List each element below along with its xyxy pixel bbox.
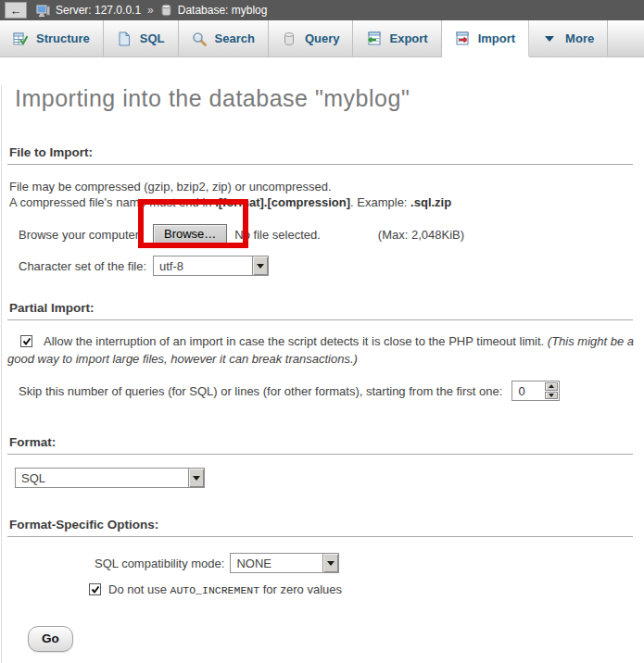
- skip-queries-label: Skip this number of queries (for SQL) or…: [19, 384, 502, 398]
- filename-format-pattern: .[format].[compression]: [215, 195, 350, 209]
- filename-example: .sql.zip: [410, 195, 451, 209]
- tab-more[interactable]: More: [529, 20, 608, 56]
- back-button[interactable]: ←: [5, 2, 27, 19]
- sql-compatibility-row: SQL compatibility mode: NONE: [95, 552, 635, 574]
- query-icon: [282, 31, 297, 46]
- structure-icon: [13, 31, 28, 46]
- auto-increment-label-text: for zero values: [259, 582, 342, 596]
- filename-hint: A compressed file's name must end in .[f…: [9, 194, 635, 210]
- breadcrumb-separator: »: [147, 4, 154, 17]
- breadcrumb-server-link[interactable]: Server: 127.0.0.1: [56, 4, 141, 17]
- tab-label: Import: [478, 31, 515, 45]
- section-heading: Format:: [7, 435, 633, 455]
- server-icon: [36, 4, 50, 18]
- format-row: SQL: [7, 468, 635, 488]
- go-button[interactable]: Go: [28, 626, 73, 652]
- browse-row: Browse your computer: Browse… No file se…: [7, 223, 635, 245]
- allow-interrupt-label: Allow the interruption of an import in c…: [44, 334, 548, 348]
- sql-compatibility-select[interactable]: NONE: [230, 553, 339, 573]
- allow-interrupt-row: Allow the interruption of an import in c…: [7, 332, 635, 368]
- section-partial-import: Partial Import: Allow the interruption o…: [7, 301, 635, 402]
- search-icon: [192, 31, 207, 46]
- tab-export[interactable]: Export: [353, 20, 441, 56]
- tab-label: SQL: [140, 31, 165, 45]
- auto-increment-checkbox[interactable]: [89, 583, 101, 595]
- stepper-up-button[interactable]: [545, 382, 558, 391]
- tab-label: Export: [389, 31, 427, 45]
- filename-hint-text: A compressed file's name must end in: [9, 195, 215, 209]
- tab-import[interactable]: Import: [442, 20, 529, 56]
- auto-increment-label: Do not use AUTO_INCREMENT for zero value…: [108, 582, 342, 596]
- format-select[interactable]: SQL: [15, 468, 205, 488]
- stepper-down-button[interactable]: [545, 392, 558, 400]
- breadcrumb-bar: ← Server: 127.0.0.1 » Database: myblog: [0, 0, 644, 20]
- browse-label: Browse your computer:: [19, 228, 153, 242]
- chevron-down-icon: [542, 31, 557, 46]
- tab-label: More: [565, 31, 594, 45]
- import-page: Importing into the database "myblog" Fil…: [1, 85, 644, 663]
- dropdown-arrow-icon: [252, 256, 268, 275]
- skip-queries-row: Skip this number of queries (for SQL) or…: [7, 380, 635, 402]
- section-format-specific-options: Format-Specific Options: SQL compatibili…: [7, 518, 635, 596]
- skip-queries-value: 0: [512, 382, 544, 400]
- section-heading: Partial Import:: [7, 301, 633, 320]
- charset-label: Character set of the file:: [19, 259, 153, 273]
- charset-row: Character set of the file: utf-8: [7, 255, 635, 277]
- back-arrow-icon: ←: [10, 5, 22, 17]
- stepper-buttons: [544, 382, 559, 400]
- charset-selected-value: utf-8: [154, 259, 252, 273]
- breadcrumb-database-link[interactable]: Database: myblog: [178, 4, 268, 17]
- import-icon: [455, 31, 470, 46]
- section-heading: File to Import:: [7, 145, 633, 165]
- sql-compatibility-value: NONE: [231, 557, 322, 570]
- export-icon: [366, 31, 381, 46]
- tab-label: Structure: [36, 31, 90, 45]
- database-icon: [160, 4, 172, 17]
- allow-interrupt-checkbox[interactable]: [20, 335, 32, 347]
- section-heading: Format-Specific Options:: [7, 518, 633, 537]
- section-file-to-import: File to Import: File may be compressed (…: [7, 145, 635, 277]
- auto-increment-row: Do not use AUTO_INCREMENT for zero value…: [89, 582, 635, 596]
- tab-label: Query: [305, 31, 340, 45]
- sql-compatibility-label: SQL compatibility mode:: [95, 557, 224, 570]
- section-format: Format: SQL: [7, 435, 635, 488]
- skip-queries-stepper[interactable]: 0: [511, 381, 560, 401]
- tab-query[interactable]: Query: [269, 20, 354, 56]
- dropdown-arrow-icon: [322, 554, 338, 572]
- auto-increment-keyword: AUTO_INCREMENT: [170, 584, 260, 596]
- charset-select[interactable]: utf-8: [153, 256, 269, 276]
- tab-structure[interactable]: Structure: [0, 20, 104, 56]
- auto-increment-label-text: Do not use: [108, 582, 170, 596]
- dropdown-arrow-icon: [188, 469, 204, 487]
- tab-bar: Structure SQL Search Query: [0, 20, 644, 57]
- no-file-selected-text: No file selected.: [234, 228, 321, 242]
- tab-label: Search: [215, 31, 255, 45]
- format-selected-value: SQL: [16, 471, 188, 485]
- max-size-note: (Max: 2,048KiB): [378, 228, 464, 242]
- browse-button[interactable]: Browse…: [153, 224, 227, 244]
- filename-hint-text: . Example:: [350, 195, 410, 209]
- sql-icon: [117, 31, 132, 46]
- compression-hint: File may be compressed (gzip, bzip2, zip…: [9, 179, 635, 194]
- tab-search[interactable]: Search: [179, 20, 269, 56]
- page-title: Importing into the database "myblog": [15, 85, 635, 112]
- tab-sql[interactable]: SQL: [104, 20, 179, 56]
